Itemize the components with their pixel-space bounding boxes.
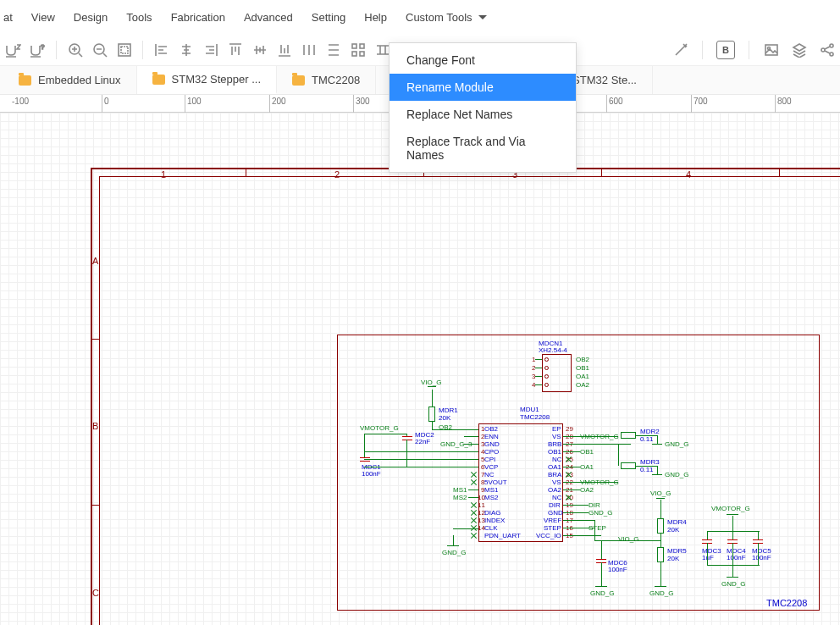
- dropdown-replace-track-via-names[interactable]: Replace Track and Via Names: [390, 128, 576, 169]
- pin-label: PDN_UART: [484, 532, 521, 539]
- menu-view[interactable]: View: [31, 3, 55, 32]
- pin-label: NC: [552, 456, 562, 463]
- ic-ref: MDU1: [520, 406, 539, 413]
- align-right-icon[interactable]: [202, 41, 218, 58]
- image-icon[interactable]: [763, 41, 779, 58]
- tab-stm32-stepper[interactable]: STM32 Stepper ...: [137, 66, 278, 94]
- align-bottom-icon[interactable]: [276, 41, 292, 58]
- menu-advanced[interactable]: Advanced: [244, 3, 293, 32]
- net-vmotor-g: VMOTOR_G: [360, 424, 399, 432]
- pin-label: VS: [552, 478, 561, 486]
- part-val: 100nF: [362, 470, 381, 478]
- pin-label: GND: [548, 509, 563, 517]
- nc-mark: [471, 479, 477, 485]
- pin-label: DIAG: [484, 509, 501, 517]
- part-ref: MDR5: [667, 547, 687, 555]
- pin-circle: [544, 357, 549, 362]
- svg-rect-4: [121, 47, 128, 53]
- pin-label: VREF: [544, 517, 561, 524]
- pin-circle: [544, 383, 549, 387]
- menu-fabrication[interactable]: Fabrication: [171, 3, 225, 32]
- nc-mark: [471, 510, 477, 516]
- underline-question-icon[interactable]: ?: [30, 41, 46, 58]
- pin-label: BRA: [548, 471, 561, 478]
- sheet-col-2: 2: [334, 169, 340, 180]
- header-name: XH2.54-4: [539, 346, 567, 354]
- dropdown-replace-net-names[interactable]: Replace Net Names: [390, 101, 576, 128]
- tab-label: STM32 Stepper ...: [172, 73, 262, 86]
- net-label: OA2: [576, 381, 589, 389]
- pin-label: GND: [484, 440, 500, 448]
- net-label: OA2: [580, 486, 594, 494]
- svg-point-13: [830, 53, 833, 56]
- dropdown-change-font[interactable]: Change Font: [390, 47, 576, 74]
- tab-embedded-linux[interactable]: Embedded Linux: [3, 66, 137, 94]
- distribute-h-icon[interactable]: [301, 41, 317, 58]
- wand-icon[interactable]: [672, 41, 688, 58]
- schematic-canvas[interactable]: -100 0 100 200 300 600 700 800 1 2 3 4 A…: [0, 95, 840, 625]
- gnd-label: GND_G: [442, 549, 466, 556]
- pin-label: DIR: [549, 501, 561, 509]
- separator: [56, 41, 57, 59]
- menu-help[interactable]: Help: [364, 3, 387, 32]
- part-ref: MDR3: [640, 458, 660, 466]
- resistor-mdr4[interactable]: [657, 518, 664, 534]
- distribute-grid-icon[interactable]: [350, 41, 366, 58]
- pin-label: CLK: [484, 524, 498, 532]
- net-label: OB2: [576, 356, 589, 363]
- net-label: OB1: [576, 364, 589, 372]
- part-ref: MDR2: [640, 428, 660, 435]
- separator: [142, 41, 143, 59]
- menu-bar: at View Design Tools Fabrication Advance…: [0, 0, 840, 34]
- separator: [749, 41, 749, 59]
- svg-point-12: [821, 48, 825, 52]
- align-top-icon[interactable]: [227, 41, 243, 58]
- menu-tools[interactable]: Tools: [126, 3, 152, 32]
- layers-icon[interactable]: [791, 41, 807, 58]
- module-block-name: TMC2208: [766, 598, 807, 608]
- align-middle-icon[interactable]: [251, 41, 268, 58]
- resistor-mdr1[interactable]: [428, 407, 435, 422]
- tab-label: Embedded Linux: [38, 74, 121, 86]
- gnd-label: GND_G: [665, 471, 688, 478]
- zoom-out-icon[interactable]: [91, 41, 108, 58]
- align-center-h-icon[interactable]: [178, 41, 194, 58]
- menu-design[interactable]: Design: [74, 3, 108, 32]
- resistor-mdr2[interactable]: [621, 432, 636, 439]
- ruler-label: -100: [12, 97, 29, 106]
- sheet-col-4: 4: [686, 169, 691, 180]
- part-val: 20K: [439, 414, 450, 422]
- tab-tmc2208[interactable]: TMC2208: [277, 66, 376, 94]
- menu-setting[interactable]: Setting: [312, 3, 345, 32]
- pin-label: BRB: [548, 440, 561, 448]
- distribute-v-icon[interactable]: [325, 41, 341, 58]
- align-left-icon[interactable]: [153, 41, 169, 58]
- fit-screen-icon[interactable]: [116, 41, 132, 58]
- gnd-label: GND_G: [649, 589, 673, 597]
- net-vio-g: VIO_G: [421, 379, 441, 386]
- pin-label: OA2: [548, 486, 561, 494]
- pin-label: MS1: [484, 486, 498, 494]
- net-label: VMOTOR_G: [711, 505, 750, 512]
- svg-rect-3: [119, 44, 130, 56]
- custom-tools-dropdown: Change Font Rename Module Replace Net Na…: [389, 42, 577, 173]
- resistor-mdr5[interactable]: [657, 547, 664, 562]
- dropdown-rename-module[interactable]: Rename Module: [390, 74, 576, 101]
- menu-custom-tools[interactable]: Custom Tools: [406, 3, 485, 32]
- net-label: GND_G: [589, 509, 612, 517]
- sheet-row-b: B: [92, 421, 98, 431]
- pin-label: MS2: [484, 494, 498, 501]
- zoom-in-icon[interactable]: [67, 41, 83, 58]
- bom-button[interactable]: B: [716, 41, 735, 59]
- part-val: 20K: [667, 526, 679, 534]
- part-ref: MDR4: [667, 518, 687, 526]
- underline-superscript-icon[interactable]: [5, 41, 21, 58]
- share-icon[interactable]: [819, 41, 835, 58]
- ruler-label: 0: [104, 97, 109, 106]
- resistor-mdr3[interactable]: [621, 462, 636, 469]
- pin-label: EP: [552, 425, 561, 433]
- sheet-col-1: 1: [161, 169, 166, 180]
- net-label: OA1: [576, 373, 589, 380]
- net-label: OB2: [439, 423, 452, 431]
- menu-format[interactable]: at: [3, 3, 13, 32]
